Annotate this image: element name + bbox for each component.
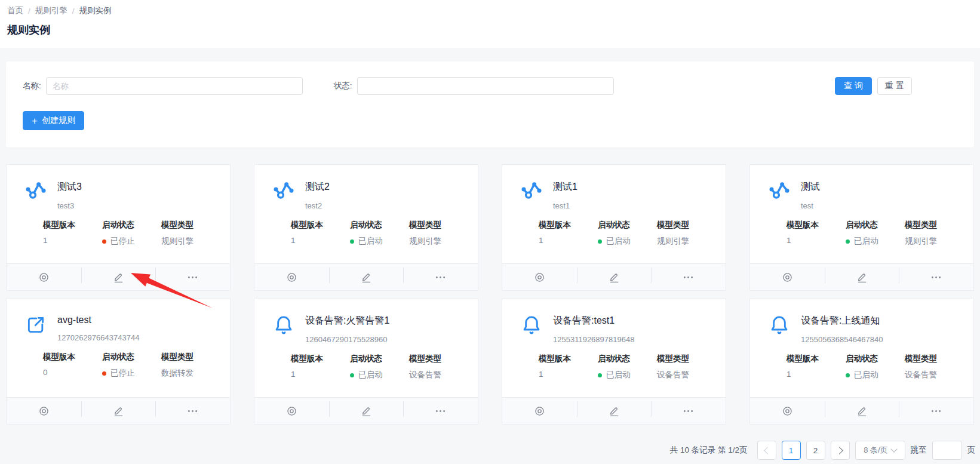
page-button-2[interactable]: 2 (806, 441, 825, 460)
card-edit-button[interactable] (329, 398, 404, 424)
edit-icon (856, 271, 868, 284)
status-text: 已启动 (606, 370, 631, 380)
card-title: 测试3 (57, 181, 82, 193)
reset-button[interactable]: 重 置 (877, 77, 912, 95)
card-more-button[interactable] (403, 398, 478, 424)
card-more-button[interactable] (651, 398, 726, 424)
card-more-button[interactable] (899, 398, 973, 424)
status-filter-label: 状态: (334, 81, 352, 91)
status-text: 已停止 (110, 236, 135, 247)
pagination-summary: 共 10 条记录 第 1/2页 (670, 445, 748, 456)
card-edit-button[interactable] (825, 264, 899, 290)
model-type-value: 设备告警 (409, 370, 468, 380)
name-filter-input[interactable] (46, 77, 303, 95)
card-more-button[interactable] (403, 264, 478, 290)
card-actions (502, 397, 726, 424)
jump-to-label: 跳至 (911, 445, 927, 456)
card-edit-button[interactable] (329, 264, 404, 290)
edit-icon (856, 405, 868, 417)
model-version-label: 模型版本 (787, 354, 846, 364)
card-subtitle: test1 (553, 201, 577, 210)
card-edit-button[interactable] (577, 264, 652, 290)
breadcrumb: 首页 / 规则引擎 / 规则实例 (7, 5, 970, 16)
card-view-button[interactable] (502, 398, 577, 424)
card-more-button[interactable] (155, 398, 230, 424)
filter-panel: 名称: 状态: 查 询 重 置 + 创建规则 (6, 62, 974, 148)
eye-icon (533, 405, 546, 417)
eye-icon (38, 405, 50, 417)
card-view-button[interactable] (254, 264, 329, 290)
card-subtitle: 1255056368546467840 (801, 335, 883, 344)
status-dot (350, 373, 354, 377)
card-title: 测试 (801, 181, 820, 193)
card-view-button[interactable] (7, 398, 81, 424)
bell-icon (272, 313, 296, 337)
more-icon (682, 405, 695, 417)
chevron-left-icon (764, 447, 772, 454)
bell-icon (767, 313, 791, 337)
card-more-button[interactable] (899, 264, 973, 290)
card-actions (254, 263, 478, 290)
run-status-label: 启动状态 (102, 220, 161, 231)
card-edit-button[interactable] (81, 264, 156, 290)
status-text: 已启动 (606, 236, 631, 247)
query-button[interactable]: 查 询 (835, 77, 872, 95)
card-edit-button[interactable] (81, 398, 156, 424)
model-type-label: 模型类型 (409, 354, 468, 364)
card-view-button[interactable] (750, 398, 825, 424)
card-more-button[interactable] (651, 264, 726, 290)
card-title: avg-test (57, 315, 139, 325)
model-version-label: 模型版本 (291, 220, 350, 231)
model-version-label: 模型版本 (787, 220, 846, 231)
breadcrumb-rule-engine[interactable]: 规则引擎 (35, 5, 67, 16)
run-status-label: 启动状态 (846, 220, 905, 231)
rule-card: 测试2 test2 模型版本 1 启动状态 已启动 模型类型 (254, 164, 478, 291)
more-icon (434, 405, 447, 417)
card-title: 测试1 (553, 181, 577, 193)
model-type-label: 模型类型 (657, 354, 716, 364)
more-icon (186, 405, 199, 417)
model-type-value: 规则引擎 (161, 236, 220, 247)
run-status-value: 已启动 (350, 236, 409, 247)
card-edit-button[interactable] (577, 398, 652, 424)
create-rule-button[interactable]: + 创建规则 (23, 111, 84, 130)
rule-card: avg-test 1270262976643743744 模型版本 0 启动状态… (6, 298, 231, 425)
edit-icon (112, 271, 125, 284)
more-icon (186, 271, 199, 284)
model-type-label: 模型类型 (905, 220, 964, 231)
next-page-button[interactable] (831, 441, 850, 460)
card-view-button[interactable] (750, 264, 825, 290)
page-button-1[interactable]: 1 (782, 441, 801, 460)
run-status-label: 启动状态 (846, 354, 905, 364)
page-size-select[interactable]: 8 条/页 (855, 441, 905, 460)
card-view-button[interactable] (502, 264, 577, 290)
status-filter-input[interactable] (357, 77, 614, 95)
card-subtitle: test (801, 201, 820, 210)
model-version-value: 1 (291, 236, 350, 245)
card-view-button[interactable] (7, 264, 81, 290)
model-version-label: 模型版本 (291, 354, 350, 364)
top-header: 首页 / 规则引擎 / 规则实例 规则实例 (0, 0, 980, 48)
card-view-button[interactable] (254, 398, 329, 424)
model-version-value: 1 (787, 236, 846, 245)
caret-down-icon (890, 445, 897, 452)
model-type-label: 模型类型 (657, 220, 716, 231)
card-more-button[interactable] (155, 264, 230, 290)
status-dot (846, 373, 850, 377)
run-status-label: 启动状态 (598, 220, 657, 231)
card-title: 设备告警:上线通知 (801, 315, 883, 327)
rule-card: 设备告警:火警告警1 1260467290175528960 模型版本 1 启动… (254, 298, 478, 425)
prev-page-button[interactable] (757, 441, 776, 460)
model-version-value: 1 (787, 370, 846, 379)
card-actions (7, 397, 230, 424)
rule-engine-icon (24, 179, 48, 203)
run-status-label: 启动状态 (350, 354, 409, 364)
status-dot (846, 239, 850, 244)
card-edit-button[interactable] (825, 398, 899, 424)
model-type-label: 模型类型 (905, 354, 964, 364)
jump-page-input[interactable] (932, 441, 962, 460)
model-version-label: 模型版本 (43, 352, 102, 362)
model-type-label: 模型类型 (161, 352, 220, 362)
breadcrumb-home[interactable]: 首页 (7, 5, 23, 16)
status-dot (350, 239, 354, 244)
